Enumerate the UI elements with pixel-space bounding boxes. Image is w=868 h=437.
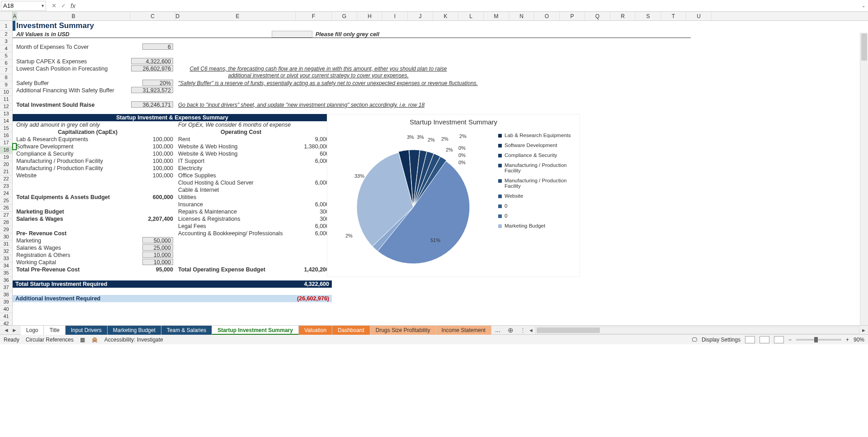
- sheet-tab[interactable]: Startup Investment Summary: [212, 326, 299, 335]
- row-header-37[interactable]: 37: [0, 284, 12, 291]
- row-header-9[interactable]: 9: [0, 81, 12, 89]
- status-accessibility[interactable]: Accessibility: Investigate: [104, 337, 163, 343]
- sheet-tab[interactable]: Input Drivers: [66, 326, 108, 335]
- col-header-E[interactable]: E: [180, 12, 296, 20]
- col-header-O[interactable]: O: [534, 12, 560, 20]
- row-header-3[interactable]: 3: [0, 38, 12, 45]
- row-header-32[interactable]: 32: [0, 248, 12, 255]
- view-page-layout-icon[interactable]: [760, 336, 769, 343]
- name-box[interactable]: A18 ▼: [1, 1, 46, 11]
- row-header-12[interactable]: 12: [0, 103, 12, 110]
- sheet-tab[interactable]: Dashboard: [332, 326, 370, 335]
- prerev-val[interactable]: 50,000: [142, 237, 173, 243]
- row-header-26[interactable]: 26: [0, 204, 12, 212]
- row-header-10[interactable]: 10: [0, 89, 12, 96]
- cells-area[interactable]: Investment Summary All Values is in USD …: [13, 21, 868, 325]
- row-header-34[interactable]: 34: [0, 262, 12, 270]
- row-header-40[interactable]: 40: [0, 306, 12, 313]
- row-header-22[interactable]: 22: [0, 176, 12, 183]
- row-header-39[interactable]: 39: [0, 299, 12, 306]
- row-header-18[interactable]: 18: [0, 147, 12, 154]
- row-header-7[interactable]: 7: [0, 67, 12, 74]
- enter-icon[interactable]: ✓: [61, 2, 66, 9]
- row-header-28[interactable]: 28: [0, 219, 12, 226]
- sheet-next-icon[interactable]: ►: [12, 327, 17, 333]
- input-safety-buffer[interactable]: 20%: [142, 80, 173, 86]
- sheet-tab[interactable]: Valuation: [299, 326, 332, 335]
- row-header-4[interactable]: 4: [0, 45, 12, 52]
- col-header-A[interactable]: A: [13, 12, 17, 20]
- view-normal-icon[interactable]: [745, 336, 755, 343]
- zoom-in-icon[interactable]: +: [846, 337, 849, 343]
- zoom-out-icon[interactable]: −: [788, 337, 792, 343]
- sheet-prev-icon[interactable]: ◄: [4, 327, 9, 333]
- row-header-19[interactable]: 19: [0, 154, 12, 161]
- row-header-31[interactable]: 31: [0, 241, 12, 248]
- zoom-slider[interactable]: [796, 339, 841, 341]
- vscroll-thumb[interactable]: [861, 33, 867, 61]
- col-header-T[interactable]: T: [661, 12, 686, 20]
- col-header-B[interactable]: B: [17, 12, 130, 20]
- row-header-15[interactable]: 15: [0, 125, 12, 132]
- display-settings-icon[interactable]: 🖵: [692, 337, 697, 343]
- row-header-6[interactable]: 6: [0, 60, 12, 67]
- select-all-corner[interactable]: [0, 12, 13, 20]
- row-header-24[interactable]: 24: [0, 190, 12, 197]
- row-header-2[interactable]: 2: [0, 31, 12, 38]
- pie-chart[interactable]: Startup Investment Summary 3%3%2%2%2%2%0…: [327, 114, 580, 277]
- view-page-break-icon[interactable]: [774, 336, 784, 343]
- status-display[interactable]: Display Settings: [702, 337, 741, 343]
- row-header-13[interactable]: 13: [0, 110, 12, 118]
- row-header-35[interactable]: 35: [0, 270, 12, 277]
- col-header-S[interactable]: S: [636, 12, 661, 20]
- col-header-D[interactable]: D: [175, 12, 180, 20]
- row-header-21[interactable]: 21: [0, 168, 12, 176]
- col-header-I[interactable]: I: [382, 12, 408, 20]
- row-header-30[interactable]: 30: [0, 233, 12, 241]
- sheet-tab[interactable]: Drugs Size Profitability: [370, 326, 436, 335]
- col-header-P[interactable]: P: [560, 12, 585, 20]
- col-header-U[interactable]: U: [686, 12, 712, 20]
- row-header-23[interactable]: 23: [0, 183, 12, 190]
- status-macro-icon[interactable]: ▦: [80, 337, 85, 343]
- col-header-C[interactable]: C: [130, 12, 175, 20]
- formula-expand-icon[interactable]: ⌄: [859, 3, 868, 8]
- formula-input[interactable]: [81, 1, 859, 11]
- row-header-42[interactable]: 42: [0, 320, 12, 325]
- col-header-F[interactable]: F: [296, 12, 332, 20]
- col-header-M[interactable]: M: [484, 12, 509, 20]
- horizontal-scrollbar[interactable]: [535, 327, 859, 334]
- chevron-down-icon[interactable]: ▼: [41, 4, 45, 8]
- sheet-add-icon[interactable]: ⊕: [504, 325, 517, 335]
- vertical-scrollbar[interactable]: [860, 33, 868, 325]
- row-header-27[interactable]: 27: [0, 212, 12, 219]
- row-header-41[interactable]: 41: [0, 313, 12, 320]
- sheet-tab[interactable]: Income Statement: [436, 326, 491, 335]
- hscroll-thumb[interactable]: [537, 328, 600, 333]
- prerev-val[interactable]: 10,000: [142, 252, 173, 258]
- row-header-20[interactable]: 20: [0, 161, 12, 168]
- col-header-H[interactable]: H: [357, 12, 382, 20]
- accessibility-icon[interactable]: 🙊: [91, 337, 98, 343]
- fx-icon[interactable]: fx: [71, 2, 75, 10]
- row-header-16[interactable]: 16: [0, 132, 12, 139]
- input-months-cover[interactable]: 6: [142, 43, 173, 50]
- row-header-8[interactable]: 8: [0, 74, 12, 81]
- row-header-5[interactable]: 5: [0, 52, 12, 60]
- sheet-tab[interactable]: Logo: [21, 326, 44, 335]
- sheet-tab[interactable]: Marketing Budget: [108, 326, 161, 335]
- zoom-level[interactable]: 90%: [854, 337, 864, 343]
- row-header-11[interactable]: 11: [0, 96, 12, 103]
- row-header-14[interactable]: 14: [0, 118, 12, 125]
- col-header-Q[interactable]: Q: [585, 12, 610, 20]
- prerev-val[interactable]: 25,000: [142, 244, 173, 251]
- row-header-1[interactable]: 1: [0, 21, 12, 31]
- col-header-N[interactable]: N: [509, 12, 534, 20]
- row-header-29[interactable]: 29: [0, 226, 12, 233]
- row-header-25[interactable]: 25: [0, 197, 12, 204]
- row-header-36[interactable]: 36: [0, 277, 12, 284]
- row-header-17[interactable]: 17: [0, 139, 12, 147]
- sheet-tab[interactable]: Team & Salaries: [161, 326, 212, 335]
- cancel-icon[interactable]: ✕: [52, 2, 57, 9]
- prerev-val[interactable]: 10,000: [142, 259, 173, 265]
